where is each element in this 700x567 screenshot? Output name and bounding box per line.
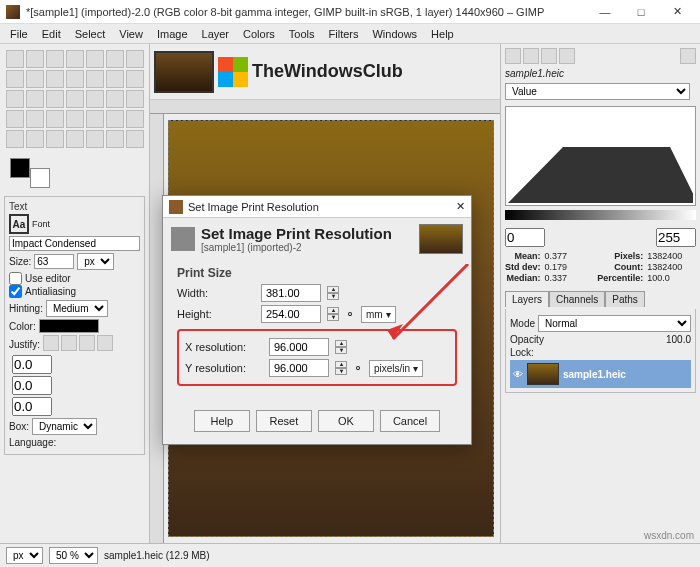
hinting-select[interactable]: Medium bbox=[46, 300, 108, 317]
menu-select[interactable]: Select bbox=[69, 26, 112, 42]
font-input[interactable] bbox=[9, 236, 140, 251]
ok-button[interactable]: OK bbox=[318, 410, 374, 432]
cancel-button[interactable]: Cancel bbox=[380, 410, 440, 432]
tool-icon[interactable] bbox=[26, 70, 44, 88]
menu-file[interactable]: File bbox=[4, 26, 34, 42]
tool-icon[interactable] bbox=[86, 70, 104, 88]
tool-icon[interactable] bbox=[66, 110, 84, 128]
tool-icon[interactable] bbox=[46, 70, 64, 88]
tool-icon[interactable] bbox=[26, 90, 44, 108]
spinner-down-icon[interactable]: ▾ bbox=[335, 368, 347, 375]
justify-fill-icon[interactable] bbox=[97, 335, 113, 351]
tool-icon[interactable] bbox=[6, 50, 24, 68]
line-spacing-input[interactable] bbox=[12, 376, 52, 395]
dialog-titlebar[interactable]: Set Image Print Resolution ✕ bbox=[163, 196, 471, 218]
spinner-down-icon[interactable]: ▾ bbox=[327, 293, 339, 300]
minimize-button[interactable]: — bbox=[588, 2, 622, 22]
tool-icon[interactable] bbox=[86, 50, 104, 68]
tab-paths[interactable]: Paths bbox=[605, 291, 645, 307]
tab-channels[interactable]: Channels bbox=[549, 291, 605, 307]
tool-icon[interactable] bbox=[66, 50, 84, 68]
menu-image[interactable]: Image bbox=[151, 26, 194, 42]
tool-icon[interactable] bbox=[6, 90, 24, 108]
tool-icon[interactable] bbox=[46, 110, 64, 128]
tool-icon[interactable] bbox=[26, 110, 44, 128]
width-input[interactable] bbox=[261, 284, 321, 302]
tool-icon[interactable] bbox=[106, 110, 124, 128]
spinner-down-icon[interactable]: ▾ bbox=[335, 347, 347, 354]
tool-icon[interactable] bbox=[126, 90, 144, 108]
tool-icon[interactable] bbox=[6, 130, 24, 148]
xres-input[interactable] bbox=[269, 338, 329, 356]
color-swatch[interactable] bbox=[10, 158, 50, 188]
range-high[interactable] bbox=[656, 228, 696, 247]
menu-windows[interactable]: Windows bbox=[366, 26, 423, 42]
dock-menu-icon[interactable] bbox=[680, 48, 696, 64]
menu-edit[interactable]: Edit bbox=[36, 26, 67, 42]
dialog-close-icon[interactable]: ✕ bbox=[456, 200, 465, 213]
tool-icon[interactable] bbox=[66, 130, 84, 148]
tool-icon[interactable] bbox=[66, 90, 84, 108]
tool-icon[interactable] bbox=[106, 90, 124, 108]
close-button[interactable]: ✕ bbox=[660, 2, 694, 22]
spinner-up-icon[interactable]: ▴ bbox=[327, 307, 339, 314]
tool-icon[interactable] bbox=[106, 50, 124, 68]
tool-icon[interactable] bbox=[46, 90, 64, 108]
tool-icon[interactable] bbox=[86, 130, 104, 148]
eye-icon[interactable]: 👁 bbox=[513, 369, 523, 380]
tool-icon[interactable] bbox=[126, 50, 144, 68]
tool-icon[interactable] bbox=[126, 70, 144, 88]
status-zoom[interactable]: 50 % bbox=[49, 547, 98, 564]
indent-input[interactable] bbox=[12, 355, 52, 374]
dock-icon[interactable] bbox=[559, 48, 575, 64]
histogram-channel[interactable]: Value bbox=[505, 83, 690, 100]
tool-icon[interactable] bbox=[106, 70, 124, 88]
tool-icon[interactable] bbox=[126, 110, 144, 128]
mode-select[interactable]: Normal bbox=[538, 315, 691, 332]
tool-icon[interactable] bbox=[6, 70, 24, 88]
tool-icon[interactable] bbox=[6, 110, 24, 128]
spinner-up-icon[interactable]: ▴ bbox=[335, 361, 347, 368]
size-unit-select[interactable]: mm▾ bbox=[361, 306, 396, 323]
size-input[interactable] bbox=[34, 254, 74, 269]
yres-input[interactable] bbox=[269, 359, 329, 377]
menu-colors[interactable]: Colors bbox=[237, 26, 281, 42]
tool-icon[interactable] bbox=[86, 110, 104, 128]
fg-color[interactable] bbox=[10, 158, 30, 178]
size-unit[interactable]: px bbox=[77, 253, 114, 270]
status-unit[interactable]: px bbox=[6, 547, 43, 564]
height-input[interactable] bbox=[261, 305, 321, 323]
font-icon[interactable]: Aa bbox=[9, 214, 29, 234]
text-color-button[interactable] bbox=[39, 319, 99, 333]
image-thumbnail[interactable] bbox=[154, 51, 214, 93]
menu-tools[interactable]: Tools bbox=[283, 26, 321, 42]
res-unit-select[interactable]: pixels/in▾ bbox=[369, 360, 423, 377]
spinner-down-icon[interactable]: ▾ bbox=[327, 314, 339, 321]
tool-icon[interactable] bbox=[66, 70, 84, 88]
bg-color[interactable] bbox=[30, 168, 50, 188]
range-low[interactable] bbox=[505, 228, 545, 247]
chain-icon[interactable]: ⚬ bbox=[353, 361, 363, 375]
chain-icon[interactable]: ⚬ bbox=[345, 307, 355, 321]
tool-icon[interactable] bbox=[46, 130, 64, 148]
menu-help[interactable]: Help bbox=[425, 26, 460, 42]
tool-icon[interactable] bbox=[26, 130, 44, 148]
tool-icon[interactable] bbox=[126, 130, 144, 148]
tool-icon[interactable] bbox=[26, 50, 44, 68]
dock-icon[interactable] bbox=[505, 48, 521, 64]
justify-center-icon[interactable] bbox=[79, 335, 95, 351]
spinner-up-icon[interactable]: ▴ bbox=[335, 340, 347, 347]
help-button[interactable]: Help bbox=[194, 410, 250, 432]
tool-icon[interactable] bbox=[106, 130, 124, 148]
tool-icon[interactable] bbox=[86, 90, 104, 108]
dock-icon[interactable] bbox=[523, 48, 539, 64]
justify-left-icon[interactable] bbox=[43, 335, 59, 351]
letter-spacing-input[interactable] bbox=[12, 397, 52, 416]
box-select[interactable]: Dynamic bbox=[32, 418, 97, 435]
use-editor-check[interactable] bbox=[9, 272, 22, 285]
maximize-button[interactable]: □ bbox=[624, 2, 658, 22]
tab-layers[interactable]: Layers bbox=[505, 291, 549, 307]
antialias-check[interactable] bbox=[9, 285, 22, 298]
justify-right-icon[interactable] bbox=[61, 335, 77, 351]
tool-icon[interactable] bbox=[46, 50, 64, 68]
